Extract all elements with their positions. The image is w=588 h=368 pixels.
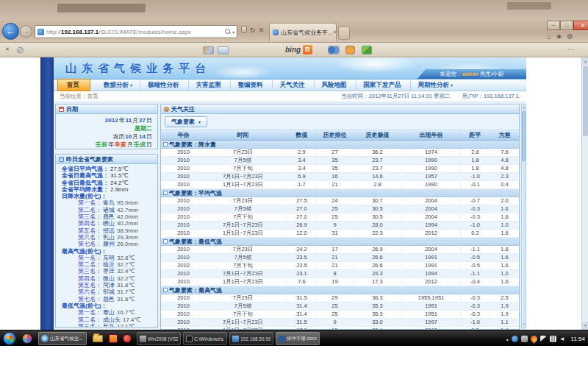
nav-tab-label: 整编资料 [238,81,263,88]
taskbar-window-button[interactable]: 192.168.59.99... [229,332,273,345]
screenshot-padding [0,346,588,368]
nav-tab-2[interactable]: 极端性分析 [140,80,188,90]
toolbar-close-icon[interactable]: ✕ [5,46,10,52]
table-row[interactable]: 2010 7月1日~7月23日 26.9 9 28.0 1994 -1.0 1.… [161,222,519,230]
speaker-icon[interactable]: ◄ [559,336,565,342]
addon-paw-icon[interactable] [345,46,355,54]
tray-network-app-icon[interactable] [512,336,518,342]
network-icon[interactable] [550,336,556,342]
cell-extreme: 14.6 [354,173,402,180]
cell-rank: 25 [317,205,354,213]
browser-tab[interactable]: 山东省气候业务平... ✕ [269,23,337,41]
section-header-row[interactable]: 气象要素：最高气温 [161,286,519,294]
taskbar-window-button[interactable]: 操作手册.docx ... [276,332,320,345]
element-filter-button[interactable]: 气象要素▾ [165,116,207,127]
table-row[interactable]: 2010 7月下旬 3.4 35 23.7 1990 1.8 4.8 [161,165,519,173]
table-row[interactable]: 2010 1月1日~7月23日 7.6 19 17.3 2012 -0.4 1.… [161,278,519,286]
stop-icon[interactable]: ✕ [259,26,265,34]
taskbar-window-button[interactable]: C:\Windows\s... [183,332,227,345]
addon-puzzle-icon[interactable] [362,46,372,54]
taskbar-window-button[interactable]: Win2008 (VS2... [137,332,181,345]
section-header-row[interactable]: 气象要素：降水量 [161,141,519,149]
table-row[interactable]: 2010 7月5候 31.4 25 35.3 1951 -0.3 1.9 [161,302,519,311]
table-row[interactable]: 2010 7月23日 24.2 17 26.9 2004 -1.1 1.8 [161,246,519,254]
table-row[interactable]: 2010 7月下旬 31.4 25 35.3 1951 -0.3 1.9 [161,311,519,319]
nav-tab-1[interactable]: 数据分析▾ [96,80,140,90]
maximize-button[interactable]: □ [560,21,573,30]
section-checkbox[interactable] [163,191,168,195]
table-row[interactable]: 2010 7月下旬 23.5 21 26.6 1991 -0.5 1.6 [161,262,519,270]
cell-variance: 1.0 [490,270,519,277]
more-icon[interactable]: ⋯ [567,46,574,53]
search-icon[interactable] [225,29,231,35]
home-icon[interactable]: ⌂ [547,32,551,42]
pinned-app-icon[interactable] [22,333,32,344]
folder-icon[interactable] [93,335,103,342]
table-section: 气象要素：最低气温 2010 7月23日 24.2 17 [161,238,519,286]
bing-search-widget[interactable]: bing B [285,45,312,54]
nav-tab-0[interactable]: 首页 [57,79,90,91]
nav-tab-6[interactable]: 风险地图 [314,80,356,90]
star-icon[interactable]: ★ [556,32,562,42]
taskbar-clock[interactable]: 11:54 [571,336,585,342]
nav-tab-8[interactable]: 周期性分析▾ [410,80,461,90]
hidden-icons-arrow[interactable]: ▴ [506,336,509,342]
section-header-row[interactable]: 气象要素：平均气温 [161,189,519,197]
addon-mail-icon[interactable] [218,46,229,54]
table-row[interactable]: 2010 7月23日 31.5 29 36.3 1955,1951 -0.3 2… [161,294,519,302]
tab-close-icon[interactable]: ✕ [333,29,337,35]
back-button[interactable]: ← [2,23,19,40]
refresh-icon[interactable]: ↻ [250,26,256,34]
nav-tab-7[interactable]: 国家下发产品 [356,80,410,90]
start-button[interactable] [3,332,16,345]
table-row[interactable]: 2010 7月5候 3.4 35 23.7 1990 1.8 4.8 [161,157,519,165]
content-scrollbar[interactable]: ▲ ▼ [521,104,526,328]
section-header-row[interactable]: 气象要素：最低气温 [161,238,519,246]
table-row[interactable]: 2010 7月23日 27.5 24 30.7 2004 -0.7 2.0 [161,197,519,205]
table-row[interactable]: 2010 7月1日~7月23日 23.1 8 24.3 1994 -1.1 1.… [161,270,519,278]
address-bar[interactable]: http://192.168.137.1/SLCCLIMATE/modules/… [35,25,237,38]
addon-cards-icon[interactable] [203,46,214,54]
pinned-red-app-icon[interactable] [123,334,132,343]
scroll-up-icon[interactable]: ▲ [582,57,588,66]
pinned-orange-app-icon[interactable] [109,334,118,343]
scrollbar-thumb[interactable] [522,111,526,161]
chevron-down-icon[interactable]: ▾ [232,29,234,35]
tray-update-icon[interactable] [521,336,528,342]
table-row[interactable]: 2010 1月1日~7月23日 12.0 31 22.3 2012 0.2 1.… [161,230,519,238]
browser-scrollbar[interactable]: ▲ ▼ [581,57,588,330]
action-center-flag-icon[interactable] [540,336,547,342]
new-tab-button[interactable] [338,26,350,40]
cell-value: 31.4 [287,311,317,318]
scroll-down-icon[interactable]: ▼ [522,322,526,328]
column-header: 出现年份 [402,130,461,140]
taskbar-ie-window[interactable]: e 山东省气候业... [38,332,87,345]
section-checkbox[interactable] [163,288,168,292]
compatibility-icon[interactable] [241,26,247,33]
minimize-button[interactable]: ─ [547,21,560,30]
table-row[interactable]: 2010 1月1日~7月23日 1.7 21 2.8 1990 -0.1 0.4 [161,181,519,189]
table-row[interactable]: 2010 7月23日 2.9 27 36.2 1974 2.8 7.6 [161,149,519,157]
table-row[interactable]: 2010 7月5候 23.5 21 26.6 1991 -0.5 1.6 [161,254,519,262]
table-row[interactable]: 2010 7月1日~7月23日 6.9 16 14.6 1957 -1.0 2.… [161,173,519,181]
forward-button[interactable]: → [20,25,32,38]
nav-tab-3[interactable]: 灾害监测 [188,80,230,90]
nav-tab-4[interactable]: 整编资料 [230,80,272,90]
nav-tab-5[interactable]: 天气关注 [272,80,314,90]
addon-binoculars-icon[interactable] [328,46,340,54]
weather-summary-panel: 昨日全省气象要素 全省日平均气温：27.5℃ 全省日最高气温：31.5℃ 全省 [55,154,158,328]
scroll-down-icon[interactable]: ▼ [582,322,588,330]
scrollbar-thumb[interactable] [583,66,588,136]
close-button[interactable]: ✕ [573,21,588,30]
scroll-up-icon[interactable]: ▲ [522,105,526,110]
table-row[interactable]: 2010 7月1日~7月23日 31.5 9 33.0 1997 -1.0 1.… [161,319,519,327]
gear-icon[interactable]: ⚙ [567,32,573,42]
section-checkbox[interactable] [163,142,168,146]
cell-period: 7月下旬 [199,311,287,318]
table-row[interactable]: 2010 7月5候 27.0 25 30.5 2004 -0.3 1.6 [161,205,519,213]
nav-tab-arrow: ▾ [130,83,132,88]
table-row[interactable]: 2010 7月下旬 27.0 25 30.5 2004 -0.3 1.6 [161,213,519,222]
tray-flame-icon[interactable] [529,334,539,344]
cell-variance: 4.8 [490,165,519,172]
section-checkbox[interactable] [163,239,168,244]
